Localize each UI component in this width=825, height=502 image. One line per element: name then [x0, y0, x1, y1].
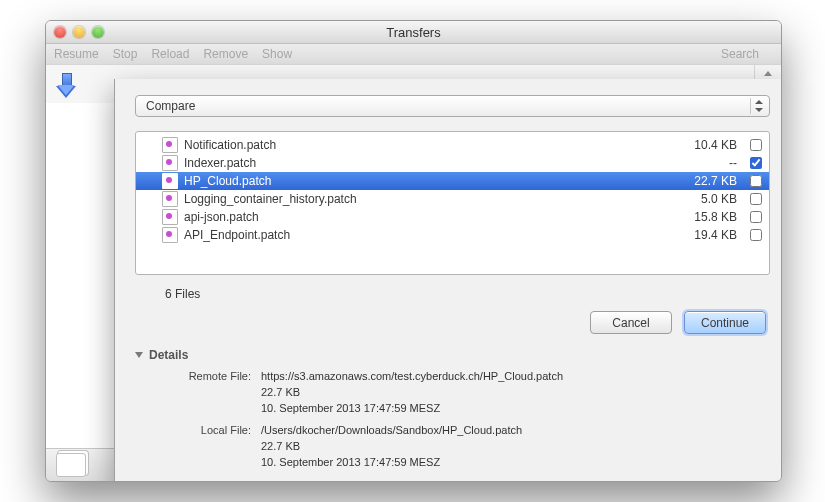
transfers-window: Transfers Resume Stop Reload Remove Show… [45, 20, 782, 482]
title-bar: Transfers [46, 21, 781, 44]
file-size: 5.0 KB [663, 192, 743, 206]
chevron-updown-icon [750, 98, 767, 114]
file-icon [162, 137, 178, 153]
file-include-checkbox[interactable] [750, 193, 762, 205]
file-include-checkbox[interactable] [750, 211, 762, 223]
file-icon [162, 209, 178, 225]
toolbar: Resume Stop Reload Remove Show Search [46, 44, 781, 65]
download-arrow-icon [56, 73, 76, 99]
table-row[interactable]: Logging_container_history.patch5.0 KB [136, 190, 769, 208]
file-include-checkbox[interactable] [750, 157, 762, 169]
file-checkbox-cell [743, 175, 769, 187]
details-disclosure[interactable]: Details [135, 348, 770, 362]
cancel-button[interactable]: Cancel [590, 311, 672, 334]
cancel-button-label: Cancel [612, 316, 649, 330]
file-name: Indexer.patch [178, 156, 663, 170]
file-compare-table: Notification.patch10.4 KBIndexer.patch--… [135, 131, 770, 275]
sheet-button-row: Cancel Continue [135, 303, 770, 340]
remote-file-date: 10. September 2013 17:47:59 MESZ [261, 400, 770, 416]
table-row[interactable]: api-json.patch15.8 KB [136, 208, 769, 226]
table-row[interactable]: API_Endpoint.patch19.4 KB [136, 226, 769, 244]
file-include-checkbox[interactable] [750, 175, 762, 187]
continue-button-label: Continue [701, 316, 749, 330]
toolbar-resume[interactable]: Resume [54, 47, 99, 61]
continue-button[interactable]: Continue [684, 311, 766, 334]
details-header-label: Details [149, 348, 188, 362]
file-icon [162, 155, 178, 171]
toolbar-show[interactable]: Show [262, 47, 292, 61]
table-row[interactable]: Indexer.patch-- [136, 154, 769, 172]
local-file-size: 22.7 KB [261, 438, 770, 454]
toolbar-search[interactable]: Search [721, 47, 759, 61]
compare-mode-popup[interactable]: Compare [135, 95, 770, 117]
local-file-date: 10. September 2013 17:47:59 MESZ [261, 454, 770, 470]
file-checkbox-cell [743, 211, 769, 223]
file-name: HP_Cloud.patch [178, 174, 663, 188]
remote-file-label: Remote File: [163, 368, 261, 384]
file-name: Notification.patch [178, 138, 663, 152]
file-include-checkbox[interactable] [750, 139, 762, 151]
file-checkbox-cell [743, 157, 769, 169]
file-icon [162, 173, 178, 189]
file-name: api-json.patch [178, 210, 663, 224]
disclosure-triangle-icon [135, 352, 143, 358]
file-icon [162, 191, 178, 207]
compare-mode-label: Compare [146, 99, 195, 113]
local-file-path: /Users/dkocher/Downloads/Sandbox/HP_Clou… [261, 422, 770, 438]
toolbar-remove[interactable]: Remove [203, 47, 248, 61]
file-include-checkbox[interactable] [750, 229, 762, 241]
remote-file-path: https://s3.amazonaws.com/test.cyberduck.… [261, 368, 770, 384]
file-name: API_Endpoint.patch [178, 228, 663, 242]
file-size: 22.7 KB [663, 174, 743, 188]
toolbar-reload[interactable]: Reload [151, 47, 189, 61]
file-size: 10.4 KB [663, 138, 743, 152]
compare-sheet: Compare Notification.patch10.4 KBIndexer… [114, 79, 782, 482]
file-checkbox-cell [743, 139, 769, 151]
file-name: Logging_container_history.patch [178, 192, 663, 206]
table-row[interactable]: Notification.patch10.4 KB [136, 136, 769, 154]
file-icon [162, 227, 178, 243]
file-checkbox-cell [743, 193, 769, 205]
remote-file-size: 22.7 KB [261, 384, 770, 400]
window-title: Transfers [46, 25, 781, 40]
file-count-label: 6 Files [135, 275, 770, 303]
file-checkbox-cell [743, 229, 769, 241]
details-section: Details Remote File: https://s3.amazonaw… [135, 340, 770, 470]
file-size: -- [663, 156, 743, 170]
local-file-label: Local File: [163, 422, 261, 438]
table-row[interactable]: HP_Cloud.patch22.7 KB [136, 172, 769, 190]
toolbar-stop[interactable]: Stop [113, 47, 138, 61]
documents-stack-icon[interactable] [56, 453, 86, 477]
file-size: 19.4 KB [663, 228, 743, 242]
file-size: 15.8 KB [663, 210, 743, 224]
